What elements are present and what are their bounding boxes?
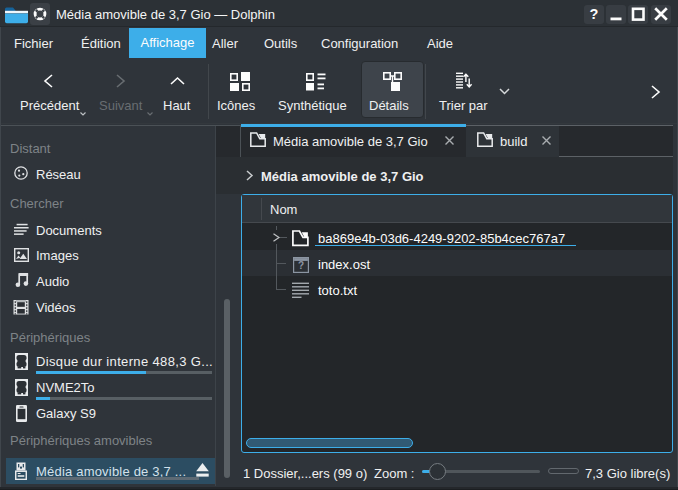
svg-text:?: ? xyxy=(298,260,304,271)
